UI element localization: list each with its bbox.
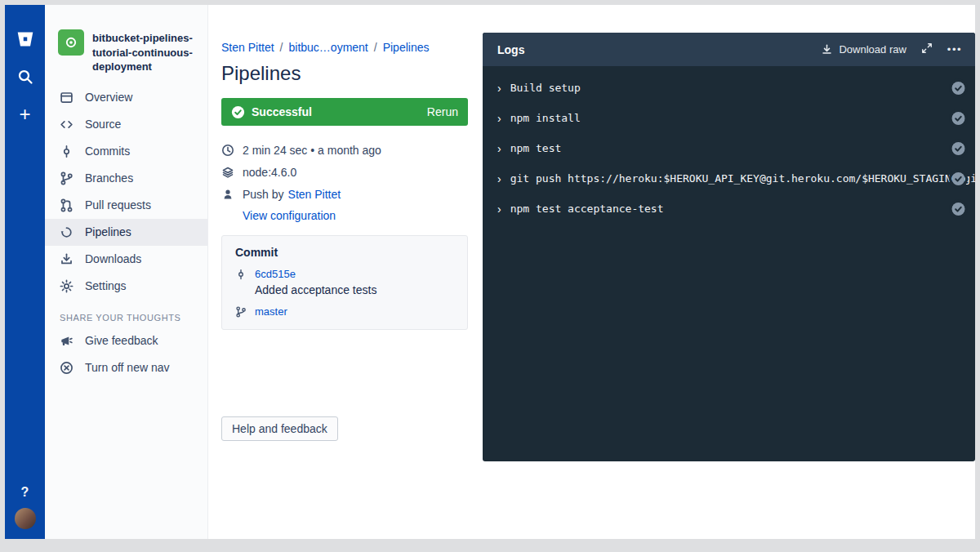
chevron-right-icon: › bbox=[497, 82, 501, 94]
sidebar-item-label: Pipelines bbox=[85, 225, 131, 238]
commit-hash-row: 6cd515e bbox=[235, 268, 454, 280]
sidebar-item-label: Pull requests bbox=[85, 198, 151, 211]
log-step-label: Build setup bbox=[510, 82, 581, 94]
logs-title: Logs bbox=[497, 43, 524, 56]
layers-icon bbox=[221, 166, 234, 179]
repo-name: bitbucket-pipelines-tutorial-continuous-… bbox=[92, 29, 196, 74]
breadcrumb-user-link[interactable]: Sten Pittet bbox=[221, 41, 274, 54]
download-raw-label: Download raw bbox=[839, 43, 906, 56]
log-step-npm-install[interactable]: › npm install bbox=[483, 103, 975, 133]
status-banner: Successful Rerun bbox=[221, 98, 468, 126]
step-success-icon bbox=[951, 141, 965, 155]
log-step-npm-test[interactable]: › npm test bbox=[483, 133, 975, 163]
chevron-right-icon: › bbox=[497, 203, 501, 215]
view-configuration-link[interactable]: View configuration bbox=[243, 209, 336, 222]
view-configuration-row: View configuration bbox=[243, 209, 468, 222]
push-author-link[interactable]: Sten Pittet bbox=[288, 188, 341, 201]
global-nav: + ? bbox=[5, 5, 45, 539]
branch-link[interactable]: master bbox=[255, 305, 287, 318]
pipelines-icon bbox=[60, 225, 74, 239]
step-success-icon bbox=[951, 202, 965, 216]
breadcrumb-separator: / bbox=[280, 41, 283, 54]
settings-gear-icon bbox=[60, 279, 74, 293]
log-step-npm-test-acceptance[interactable]: › npm test acceptance-test bbox=[483, 194, 975, 224]
overview-icon bbox=[60, 91, 74, 105]
clock-icon bbox=[221, 144, 234, 157]
status-label: Successful bbox=[252, 105, 312, 118]
sidebar-item-label: Source bbox=[85, 118, 121, 131]
sidebar-item-branches[interactable]: Branches bbox=[45, 165, 207, 192]
more-options-icon[interactable]: ••• bbox=[947, 43, 962, 56]
branch-icon bbox=[235, 306, 247, 318]
breadcrumb-repo-link[interactable]: bitbuc…oyment bbox=[288, 41, 368, 54]
megaphone-icon bbox=[60, 334, 74, 348]
rerun-button[interactable]: Rerun bbox=[427, 105, 458, 118]
turn-off-icon bbox=[60, 361, 74, 375]
step-success-icon bbox=[951, 171, 965, 185]
user-avatar[interactable] bbox=[15, 508, 36, 529]
global-nav-bottom: ? bbox=[15, 485, 36, 529]
breadcrumb-separator: / bbox=[374, 41, 377, 54]
sidebar-item-turn-off-new-nav[interactable]: Turn off new nav bbox=[45, 354, 207, 381]
log-step-git-push[interactable]: › git push https://heroku:$HEROKU_API_KE… bbox=[483, 163, 975, 194]
source-icon bbox=[60, 118, 74, 131]
image-text: node:4.6.0 bbox=[243, 166, 296, 179]
commit-card-title: Commit bbox=[235, 246, 454, 259]
expand-icon[interactable] bbox=[921, 42, 933, 56]
sidebar-item-source[interactable]: Source bbox=[45, 111, 207, 138]
sidebar-item-give-feedback[interactable]: Give feedback bbox=[45, 327, 207, 354]
step-success-icon bbox=[951, 81, 965, 95]
help-icon[interactable]: ? bbox=[21, 485, 29, 500]
commits-icon bbox=[60, 145, 74, 158]
repo-header[interactable]: bitbucket-pipelines-tutorial-continuous-… bbox=[45, 5, 207, 84]
pull-requests-icon bbox=[60, 198, 74, 212]
sidebar-item-pipelines[interactable]: Pipelines bbox=[45, 219, 207, 246]
breadcrumb-pipelines-link[interactable]: Pipelines bbox=[383, 41, 430, 54]
download-icon bbox=[821, 43, 833, 56]
sidebar-item-commits[interactable]: Commits bbox=[45, 138, 207, 165]
logs-header: Logs Download raw ••• bbox=[483, 33, 975, 66]
sidebar-item-settings[interactable]: Settings bbox=[45, 273, 207, 300]
sidebar-item-label: Settings bbox=[85, 279, 127, 292]
commit-branch-row: master bbox=[235, 305, 454, 318]
image-row: node:4.6.0 bbox=[221, 161, 468, 183]
log-step-label: git push https://heroku:$HEROKU_API_KEY@… bbox=[510, 172, 975, 185]
downloads-icon bbox=[60, 252, 74, 266]
sidebar-item-label: Overview bbox=[85, 91, 132, 104]
sidebar-section-label: SHARE YOUR THOUGHTS bbox=[60, 313, 207, 323]
success-check-icon bbox=[231, 105, 245, 119]
step-success-icon bbox=[951, 111, 965, 125]
sidebar-item-label: Branches bbox=[85, 171, 133, 185]
chevron-right-icon: › bbox=[497, 143, 501, 154]
logs-panel: Logs Download raw ••• bbox=[483, 33, 975, 461]
sidebar-item-label: Commits bbox=[85, 145, 130, 158]
create-plus-icon[interactable]: + bbox=[14, 103, 37, 126]
bitbucket-logo-icon[interactable] bbox=[14, 28, 37, 51]
help-and-feedback-button[interactable]: Help and feedback bbox=[221, 416, 338, 441]
sidebar-item-label: Turn off new nav bbox=[85, 361, 170, 374]
duration-row: 2 min 24 sec • a month ago bbox=[221, 139, 468, 161]
push-row: Push by Sten Pittet bbox=[221, 183, 468, 205]
log-step-label: npm test bbox=[510, 142, 562, 154]
repo-sidebar: bitbucket-pipelines-tutorial-continuous-… bbox=[45, 5, 208, 539]
logs-actions: Download raw ••• bbox=[821, 42, 962, 56]
app-window: + ? bitbucket-pipelines-tutorial-continu… bbox=[5, 5, 975, 539]
commit-message: Added acceptance tests bbox=[255, 283, 454, 296]
push-prefix: Push by bbox=[243, 188, 284, 201]
log-step-build-setup[interactable]: › Build setup bbox=[483, 73, 975, 103]
commit-hash-link[interactable]: 6cd515e bbox=[255, 268, 296, 280]
commit-icon bbox=[235, 269, 247, 280]
sidebar-item-label: Downloads bbox=[85, 252, 141, 265]
search-icon[interactable] bbox=[14, 65, 37, 88]
sidebar-item-overview[interactable]: Overview bbox=[45, 84, 207, 111]
pipeline-summary-column: Successful Rerun 2 min 24 sec • a month … bbox=[221, 98, 468, 441]
sidebar-item-label: Give feedback bbox=[85, 334, 158, 347]
log-step-label: npm test acceptance-test bbox=[510, 203, 664, 215]
log-step-label: npm install bbox=[510, 112, 581, 124]
download-raw-button[interactable]: Download raw bbox=[821, 43, 906, 56]
chevron-right-icon: › bbox=[497, 113, 501, 124]
sidebar-item-pull-requests[interactable]: Pull requests bbox=[45, 192, 207, 219]
log-steps: › Build setup › npm install › npm test bbox=[483, 66, 975, 224]
sidebar-item-downloads[interactable]: Downloads bbox=[45, 246, 207, 273]
bitbucket-logo-icon bbox=[16, 29, 35, 49]
